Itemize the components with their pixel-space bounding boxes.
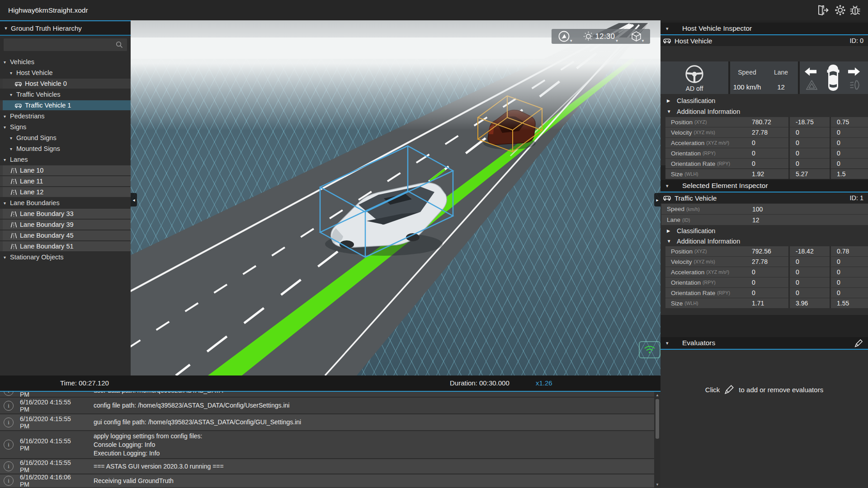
selected-inspector-header[interactable]: ▾ Selected Element Inspector [660,180,868,192]
tree-item-ground-signs[interactable]: ▾Ground Signs [0,133,131,143]
wifi-icon [639,341,660,358]
selected-inspector-body: Traffic Vehicle ID: 1 Speed(km/h) 100 La… [660,192,868,315]
collapse-triangle-icon: ▾ [1,25,11,31]
expand-triangle-icon: ▾ [10,136,16,141]
car-icon [14,81,22,87]
viewport-toolbar: ▾ 12:30 ▾ ▾ [552,29,650,44]
host-entity-id: ID: 0 [849,37,863,44]
host-classification-toggle[interactable]: ▶ Classification [660,95,868,106]
chevron-down-icon[interactable]: ▾ [570,38,572,43]
steering-wheel-icon [684,64,705,84]
car-icon [663,195,671,201]
evaluators-header[interactable]: ▾ Evaluators [660,337,868,350]
tree-item-host-vehicle-group[interactable]: ▾Host Vehicle [0,68,131,78]
lane-icon [10,233,17,239]
host-entity-label: Host Vehicle [675,37,712,45]
lane-icon [10,168,17,174]
3d-viewport[interactable]: ▾ 12:30 ▾ ▾ ◂ ▸ [131,20,660,375]
settings-gear-icon[interactable] [834,4,846,16]
inspector-panel: ▾ Host Vehicle Inspector Host Vehicle ID… [660,20,868,488]
host-inspector-header[interactable]: ▾ Host Vehicle Inspector [660,23,868,35]
tree-item-lane-boundary-39[interactable]: Lane Boundary 39 [0,220,131,230]
evaluators-body: Click to add or remove evaluators [660,350,868,488]
host-additional-info-toggle[interactable]: ▼ Additional Information [660,106,868,117]
hazard-warning-icon[interactable] [806,80,818,90]
time-of-day-label[interactable]: 12:30 [595,32,615,41]
expanded-triangle-icon: ▼ [667,239,677,244]
speed-label: Speed [738,69,756,76]
title-bar: Highway6kmStraight.xodr [0,0,868,20]
expand-triangle-icon: ▾ [4,60,10,65]
tree-item-traffic-vehicle-1[interactable]: Traffic Vehicle 1 [0,100,131,110]
selected-additional-info-toggle[interactable]: ▼ Additional Information [660,236,868,246]
tree-item-lane-boundaries[interactable]: ▾Lane Boundaries [0,198,131,208]
tree-item-mounted-signs[interactable]: ▾Mounted Signs [0,144,131,154]
tree-item-lane-10[interactable]: Lane 10 [0,165,131,175]
tree-item-stationary-objects[interactable]: ▾Stationary Objects [0,252,131,262]
collapse-triangle-icon: ▾ [666,26,682,32]
debug-bug-icon[interactable] [849,4,861,16]
time-label: Time: 00:27.120 [60,375,109,391]
tree-item-pedestrians[interactable]: ▾Pedestrians [0,111,131,121]
collapsed-triangle-icon: ▶ [667,98,677,103]
speed-value: 100 km/h [733,83,761,91]
exit-icon[interactable] [816,4,829,16]
hierarchy-tree: ▾Vehicles ▾Host Vehicle Host Vehicle 0 ▾… [0,57,131,262]
scrollbar-thumb[interactable] [656,399,659,439]
tree-item-vehicles[interactable]: ▾Vehicles [0,57,131,67]
search-box[interactable] [4,38,127,51]
chevron-down-icon[interactable]: ▾ [616,38,618,43]
compass-icon[interactable] [558,30,570,42]
pencil-icon[interactable] [854,338,863,348]
collapse-triangle-icon: ▾ [666,183,682,189]
turn-right-arrow-icon[interactable] [848,67,860,76]
speed-lane-cell: Speed Lane 100 km/h 12 [730,61,798,94]
selected-classification-toggle[interactable]: ▶ Classification [660,225,868,236]
tree-item-lane-11[interactable]: Lane 11 [0,176,131,186]
selected-entity-label: Traffic Vehicle [675,194,717,202]
headlight-icon[interactable] [849,80,863,90]
sun-icon[interactable] [583,31,594,42]
log-console: i 6/16/2020 4:15:55 PM user data path: /… [0,391,660,488]
chevron-down-icon[interactable]: ▾ [642,38,644,43]
ad-toggle-button[interactable]: AD off [660,61,728,94]
info-icon: i [4,476,14,486]
selected-entity-row: Traffic Vehicle ID: 1 [660,192,868,203]
host-inspector-title: Host Vehicle Inspector [682,24,752,33]
tree-item-lane-boundary-33[interactable]: Lane Boundary 33 [0,209,131,219]
host-inspector-body: Host Vehicle ID: 0 AD off Speed Lane 100… [660,35,868,165]
table-row: Position(XYZ)780.72-18.750.75 [665,117,868,127]
lane-icon [10,211,17,217]
info-icon: i [4,461,14,471]
info-icon: i [4,401,14,411]
inspector-collapse-handle[interactable]: ▸ [654,193,660,206]
tree-item-lanes[interactable]: ▾Lanes [0,155,131,164]
tree-item-lane-12[interactable]: Lane 12 [0,187,131,197]
expand-triangle-icon: ▾ [4,157,10,162]
selected-entity-id: ID: 1 [849,194,863,202]
tree-item-signs[interactable]: ▾Signs [0,122,131,132]
cube-axis-icon[interactable] [631,31,642,42]
tree-item-traffic-vehicles-group[interactable]: ▾Traffic Vehicles [0,89,131,99]
lane-row: Lane(ID) 12 [661,215,868,225]
hierarchy-header[interactable]: ▾ Ground Truth Hierarchy [0,20,131,36]
search-input[interactable] [4,41,116,48]
lane-value: 12 [777,83,785,91]
scroll-down-icon[interactable]: ▼ [654,483,660,487]
evaluators-hint: Click to add or remove evaluators [660,384,868,395]
pencil-icon[interactable] [724,384,735,395]
turn-left-arrow-icon[interactable] [804,67,817,76]
log-row: i 6/16/2020 4:15:55 PM apply logging set… [0,431,654,459]
scroll-up-icon[interactable]: ▲ [654,393,660,397]
tree-item-lane-boundary-51[interactable]: Lane Boundary 51 [0,241,131,251]
sidebar-collapse-handle[interactable]: ◂ [131,193,137,206]
collapse-triangle-icon: ▾ [666,340,682,346]
tree-item-host-vehicle-0[interactable]: Host Vehicle 0 [0,79,131,89]
playback-bar: Time: 00:27.120 Duration: 00:30.000 x1.2… [0,375,660,391]
log-scrollbar[interactable]: ▲ ▼ [654,392,660,488]
expand-triangle-icon: ▾ [10,92,16,97]
playback-rate-label[interactable]: x1.26 [536,375,552,391]
speed-row: Speed(km/h) 100 [661,204,868,214]
lane-label: Lane [774,69,788,76]
tree-item-lane-boundary-45[interactable]: Lane Boundary 45 [0,230,131,240]
